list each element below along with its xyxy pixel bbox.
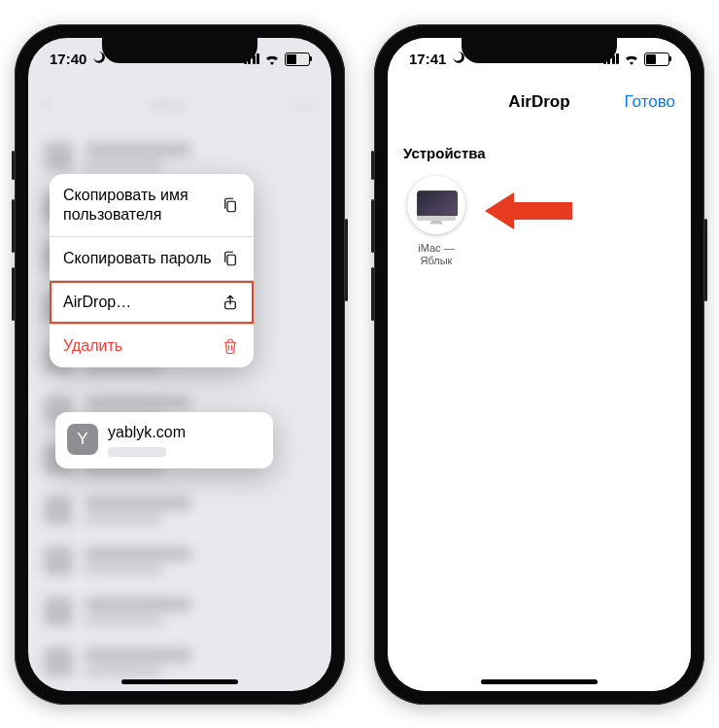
side-button [704,219,707,301]
screenshot-pair: Яблык 17:40 [0,0,719,728]
device-avatar [407,176,465,234]
volume-down [371,267,374,321]
phone-frame-right: 17:41 AirDrop Готово [374,24,704,705]
battery-icon [644,52,669,66]
menu-airdrop[interactable]: AirDrop… [50,281,254,325]
phone-screen-left: 17:40 ‹.............. [28,38,331,691]
device-name-label: iMac — Яблык [403,242,469,267]
annotation-arrow [485,189,572,233]
svg-marker-3 [485,192,572,229]
home-indicator[interactable] [121,679,238,684]
done-button[interactable]: Готово [625,92,676,112]
status-time: 17:41 [409,51,446,67]
devices-section-label: Устройства [403,145,486,161]
wifi-icon [264,53,280,65]
context-menu: Скопировать имя пользователя Скопировать… [50,174,254,367]
password-preview-card[interactable]: Y yablyk.com [55,412,273,468]
nav-bar: AirDrop Готово [388,81,691,123]
svg-rect-0 [227,201,235,212]
copy-icon [221,250,240,267]
copy-icon [221,196,240,214]
status-time: 17:40 [50,51,86,67]
menu-copy-username[interactable]: Скопировать имя пользователя [50,174,254,237]
battery-icon [285,52,310,66]
mute-switch [371,151,374,180]
menu-delete[interactable]: Удалить [50,325,254,367]
trash-icon [221,337,240,355]
nav-title: AirDrop [508,92,569,112]
share-icon [221,294,240,311]
menu-airdrop-label: AirDrop… [63,293,131,312]
phone-screen-right: 17:41 AirDrop Готово [388,38,691,691]
volume-up [371,199,374,253]
menu-delete-label: Удалить [63,336,122,356]
svg-rect-1 [227,255,235,265]
menu-copy-password-label: Скопировать пароль [63,249,212,268]
volume-down [12,267,15,321]
airdrop-device[interactable]: iMac — Яблык [403,176,469,267]
preview-title: yablyk.com [108,424,186,441]
home-indicator[interactable] [481,679,598,684]
mute-switch [12,151,15,180]
phone-frame-left: 17:40 ‹.............. [15,24,345,705]
notch [102,38,257,63]
imac-icon [417,191,456,220]
menu-copy-username-label: Скопировать имя пользователя [63,186,221,225]
menu-copy-password[interactable]: Скопировать пароль [50,237,254,281]
preview-avatar: Y [67,424,98,455]
volume-up [12,199,15,253]
wifi-icon [624,53,639,65]
preview-subtitle-redacted [108,447,166,457]
notch [462,38,617,63]
side-button [345,219,348,301]
